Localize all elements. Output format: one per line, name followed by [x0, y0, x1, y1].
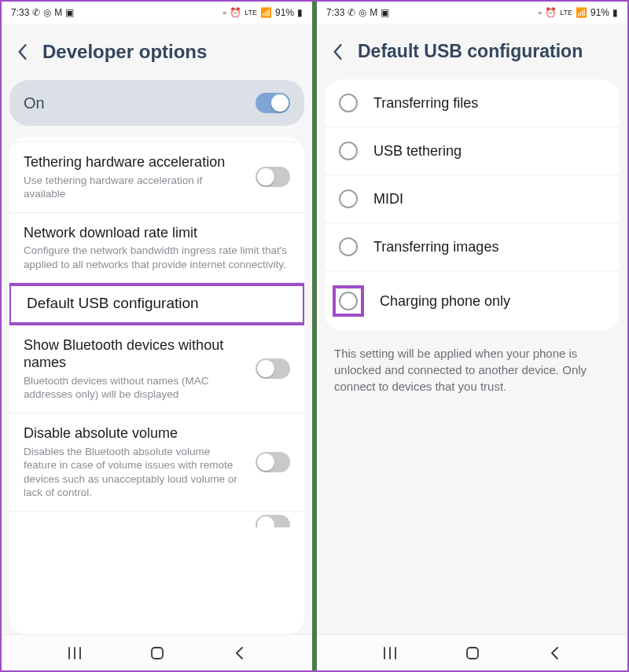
whatsapp-icon: ✆	[32, 8, 40, 17]
header: Default USB configuration	[317, 24, 627, 79]
row-tethering-hw-accel[interactable]: Tethering hardware acceleration Use teth…	[9, 142, 304, 213]
row-network-rate-limit[interactable]: Network download rate limit Configure th…	[9, 213, 304, 284]
toggle-abs-volume[interactable]	[256, 452, 290, 472]
nav-home[interactable]	[148, 644, 167, 663]
row-desc: Configure the network bandwidth ingress …	[24, 244, 290, 271]
alarm-icon: ⏰	[230, 8, 241, 17]
status-bar: 7:33 ✆ ◎ M ▣ ▫ ⏰ LTE 📶 91% ▮	[317, 2, 627, 24]
nfc-icon: ▫	[539, 8, 542, 17]
page-title: Default USB configuration	[358, 41, 583, 62]
nav-home[interactable]	[463, 644, 482, 663]
nav-bar	[317, 634, 627, 670]
volte-icon: LTE	[245, 9, 257, 17]
back-button[interactable]	[328, 42, 347, 61]
status-bar: 7:33 ✆ ◎ M ▣ ▫ ⏰ LTE 📶 91% ▮	[2, 2, 312, 24]
gmail-icon: M	[54, 8, 62, 17]
master-toggle-label: On	[24, 94, 45, 112]
image-icon: ▣	[65, 8, 74, 17]
row-title: Network download rate limit	[24, 224, 290, 242]
image-icon: ▣	[381, 8, 389, 17]
signal-icon: 📶	[260, 8, 272, 17]
row-desc: Use tethering hardware acceleration if a…	[24, 174, 245, 201]
row-default-usb-config[interactable]: Default USB configuration	[9, 283, 304, 325]
master-toggle-card[interactable]: On	[9, 80, 304, 126]
toggle-tethering-hw[interactable]	[256, 167, 290, 187]
nav-bar	[2, 634, 312, 670]
row-desc: Disables the Bluetooth absolute volume f…	[24, 445, 245, 500]
radio-highlight	[333, 285, 364, 317]
radio-icon	[339, 189, 358, 208]
phone-left: 7:33 ✆ ◎ M ▣ ▫ ⏰ LTE 📶 91% ▮ Developer o…	[2, 2, 312, 670]
option-transferring-images[interactable]: Transferring images	[325, 223, 620, 271]
whatsapp-icon: ✆	[348, 8, 355, 17]
row-title: Default USB configuration	[27, 294, 287, 313]
settings-list: Tethering hardware acceleration Use teth…	[9, 137, 304, 634]
radio-icon	[339, 237, 358, 256]
nav-back[interactable]	[230, 644, 249, 663]
svg-rect-0	[152, 648, 163, 659]
toggle-bt-no-names[interactable]	[256, 358, 290, 379]
instagram-icon: ◎	[359, 8, 366, 17]
header: Developer options	[2, 24, 312, 80]
row-title: Tethering hardware acceleration	[24, 153, 245, 171]
usb-options-list: Transferring files USB tethering MIDI Tr…	[325, 79, 620, 331]
row-title: Show Bluetooth devices without names	[24, 336, 245, 372]
row-title	[24, 516, 245, 527]
nav-recents[interactable]	[65, 644, 84, 663]
option-label: MIDI	[373, 191, 403, 207]
instagram-icon: ◎	[43, 8, 51, 17]
gmail-icon: M	[370, 8, 377, 17]
radio-icon	[339, 141, 358, 160]
footer-note: This setting will be applied when your p…	[317, 331, 627, 409]
row-desc: Bluetooth devices without names (MAC add…	[24, 374, 245, 402]
phone-right: 7:33 ✆ ◎ M ▣ ▫ ⏰ LTE 📶 91% ▮ Default USB…	[312, 2, 627, 670]
master-toggle-switch[interactable]	[256, 93, 290, 113]
option-label: USB tethering	[373, 143, 462, 160]
option-label: Transferring images	[373, 239, 498, 255]
option-transferring-files[interactable]: Transferring files	[325, 79, 620, 127]
signal-icon: 📶	[576, 8, 587, 17]
battery-icon: ▮	[297, 8, 303, 17]
back-button[interactable]	[13, 42, 31, 61]
battery-percent: 91%	[590, 7, 609, 18]
radio-icon	[339, 94, 358, 112]
option-label: Charging phone only	[380, 293, 510, 310]
toggle-cutoff[interactable]	[256, 515, 290, 527]
alarm-icon: ⏰	[545, 8, 557, 17]
page-title: Developer options	[42, 41, 207, 63]
volte-icon: LTE	[560, 9, 572, 17]
option-label: Transferring files	[373, 95, 478, 112]
battery-percent: 91%	[275, 7, 294, 18]
nav-recents[interactable]	[381, 644, 399, 663]
battery-icon: ▮	[612, 8, 618, 17]
radio-icon	[339, 292, 358, 310]
row-title: Disable absolute volume	[24, 424, 245, 442]
chevron-left-icon	[332, 43, 343, 61]
row-bt-no-names[interactable]: Show Bluetooth devices without names Blu…	[9, 325, 304, 413]
svg-rect-1	[467, 648, 478, 659]
row-disable-abs-volume[interactable]: Disable absolute volume Disables the Blu…	[9, 413, 304, 512]
status-time: 7:33	[326, 7, 344, 18]
chevron-left-icon	[17, 43, 28, 61]
option-charging-only[interactable]: Charging phone only	[325, 271, 620, 331]
status-time: 7:33	[11, 7, 29, 18]
option-midi[interactable]: MIDI	[325, 175, 620, 223]
nav-back[interactable]	[546, 644, 565, 663]
nfc-icon: ▫	[223, 8, 226, 17]
row-cut-off[interactable]	[9, 512, 304, 527]
option-usb-tethering[interactable]: USB tethering	[325, 127, 620, 175]
